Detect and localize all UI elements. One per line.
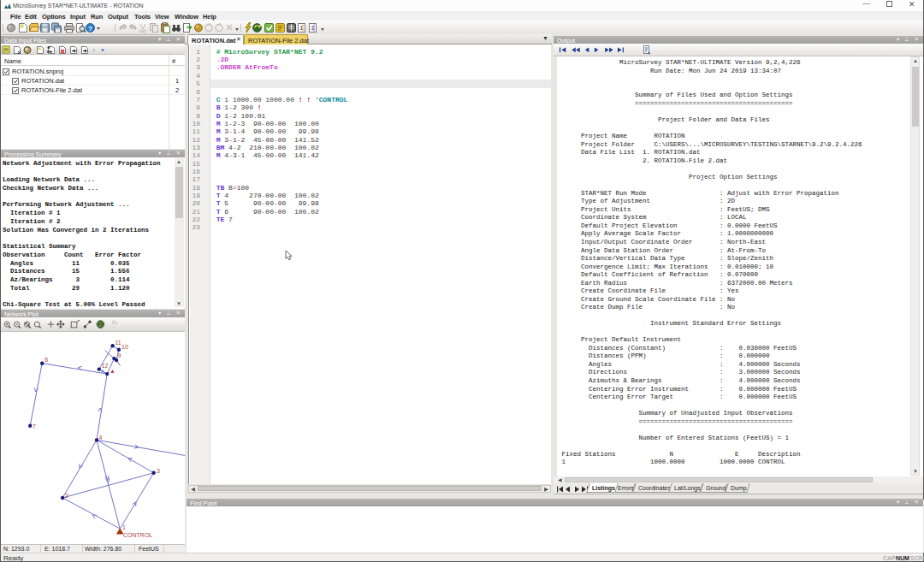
- svg-text:?: ?: [88, 25, 92, 33]
- svg-text:4: 4: [99, 435, 103, 441]
- svg-text:6: 6: [44, 357, 48, 363]
- svg-text:3: 3: [157, 468, 160, 474]
- svg-text:10: 10: [121, 344, 128, 350]
- svg-text:7: 7: [33, 423, 36, 429]
- svg-text:9: 9: [118, 352, 121, 358]
- svg-text:11: 11: [116, 340, 121, 346]
- svg-text:12: 12: [102, 363, 109, 369]
- svg-text:1: 1: [122, 524, 126, 530]
- svg-text:CONTROL: CONTROL: [123, 532, 152, 538]
- svg-text:2: 2: [65, 493, 68, 499]
